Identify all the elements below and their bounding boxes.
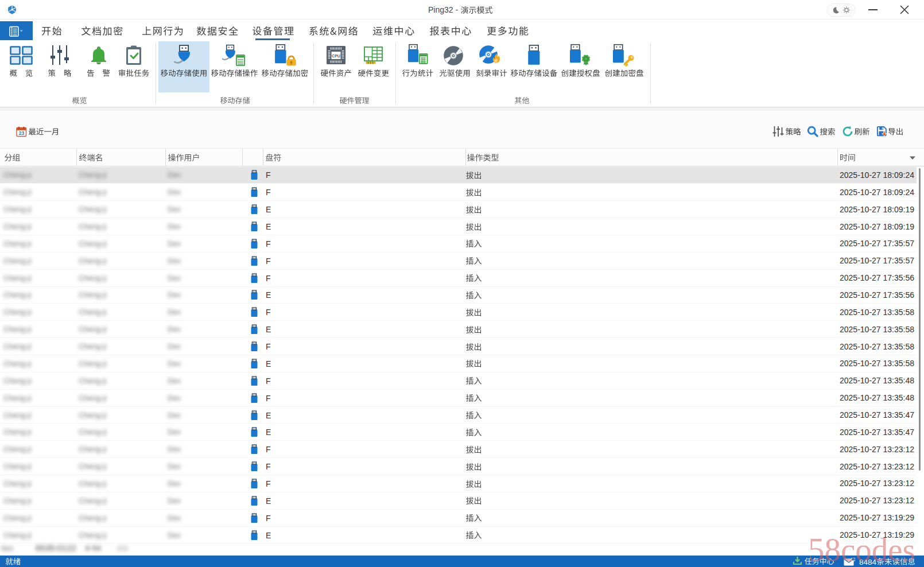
svg-text:CPU: CPU [332,54,340,58]
svg-text:23: 23 [19,130,25,136]
